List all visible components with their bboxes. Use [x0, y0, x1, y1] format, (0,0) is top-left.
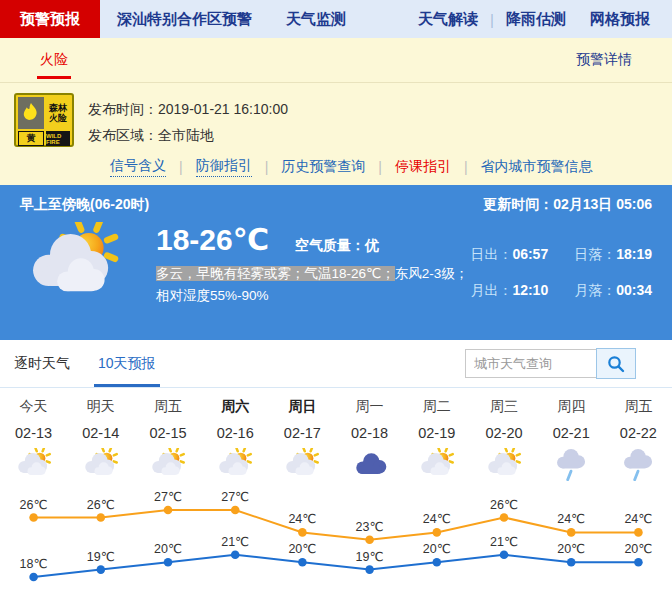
partly-cloudy-icon [216, 448, 254, 485]
current-weather-panel: 早上至傍晚(06-20时) 更新时间：02月13日 05:06 18-26℃ 空… [0, 185, 672, 340]
svg-text:20℃: 20℃ [557, 542, 585, 556]
sun-moon-label: 日落： [574, 246, 616, 262]
nav-right-items: 天气解读|降雨估测网格预报 [406, 0, 672, 38]
day-name-2: 周五 [134, 398, 201, 416]
cloudy-icon [351, 448, 389, 485]
svg-text:20℃: 20℃ [154, 542, 182, 556]
partly-cloudy-icon [149, 448, 187, 485]
nav-spacer [363, 0, 406, 38]
warning-link-3[interactable]: 停课指引 [395, 158, 451, 176]
temperature-chart: 26℃26℃27℃27℃24℃23℃24℃26℃24℃24℃18℃19℃20℃2… [0, 485, 672, 595]
publish-area-label: 发布区域： [88, 127, 158, 143]
weather-warning-page: 预警预报 深汕特别合作区预警天气监测 天气解读|降雨估测网格预报 火险 预警详情… [0, 0, 672, 595]
sun-moon-times: 日出：06:57日落：18:19月出：12:10月落：00:34 [470, 246, 652, 307]
tab-0[interactable]: 逐时天气 [14, 340, 70, 387]
svg-text:26℃: 26℃ [490, 498, 518, 512]
sun-moon-value: 00:34 [616, 282, 652, 298]
tab-1[interactable]: 10天预报 [98, 340, 156, 387]
alert-category-bar: 火险 预警详情 [0, 38, 672, 83]
day-name-9: 周五 [605, 398, 672, 416]
partly-cloudy-icon [82, 448, 120, 485]
partly-cloudy-icon [485, 448, 523, 485]
svg-text:24℃: 24℃ [423, 512, 451, 526]
warning-link-2[interactable]: 历史预警查询 [281, 158, 365, 176]
temperature-range: 18-26℃ [156, 222, 269, 257]
link-separator: | [265, 159, 269, 175]
svg-text:24℃: 24℃ [624, 512, 652, 526]
svg-text:26℃: 26℃ [87, 498, 115, 512]
svg-text:19℃: 19℃ [87, 550, 115, 564]
search-input[interactable] [465, 349, 597, 378]
nav-tab-warning-forecast[interactable]: 预警预报 [0, 0, 100, 38]
publish-area-row: 发布区域：全市陆地 [88, 122, 288, 148]
warning-link-4[interactable]: 省内城市预警信息 [481, 158, 593, 176]
description-highlighted-text: 多云，早晚有轻雾或雾；气温18-26℃； [156, 266, 395, 281]
svg-text:20℃: 20℃ [423, 542, 451, 556]
day-date-8: 02-21 [538, 425, 605, 441]
sun-moon-item-0: 日出：06:57 [470, 246, 548, 272]
nav-item-1[interactable]: 天气监测 [269, 0, 363, 38]
warning-link-0[interactable]: 信号含义 [110, 157, 166, 177]
day-name-0: 今天 [0, 398, 67, 416]
search-button[interactable] [596, 348, 636, 379]
svg-text:27℃: 27℃ [221, 490, 249, 504]
day-name-row: 今天明天周五周六周日周一周二周三周四周五 [0, 398, 672, 416]
nav-right-item-2[interactable]: 网格预报 [578, 10, 662, 29]
period-label: 早上至傍晚(06-20时) [20, 196, 149, 214]
warning-english-label: WILD FIRE [46, 131, 70, 146]
day-date-2: 02-15 [134, 425, 201, 441]
date-row: 02-1302-1402-1502-1602-1702-1802-1902-20… [0, 425, 672, 441]
svg-text:20℃: 20℃ [288, 542, 316, 556]
search-icon [607, 355, 625, 373]
rain-icon [619, 448, 657, 485]
day-name-1: 明天 [67, 398, 134, 416]
warning-info-section: 森林 火险 黄 WILD FIRE 发布时间：2019-01-21 16:10:… [0, 83, 672, 185]
rain-icon [552, 448, 590, 485]
svg-text:19℃: 19℃ [356, 550, 384, 564]
sun-moon-label: 月出： [470, 282, 512, 298]
svg-text:21℃: 21℃ [221, 535, 249, 549]
link-separator: | [179, 159, 183, 175]
svg-text:20℃: 20℃ [624, 542, 652, 556]
air-quality-label: 空气质量：优 [295, 237, 379, 255]
nav-right-item-1[interactable]: 降雨估测 [494, 10, 578, 29]
sun-moon-label: 日出： [470, 246, 512, 262]
day-date-0: 02-13 [0, 425, 67, 441]
svg-text:27℃: 27℃ [154, 490, 182, 504]
nav-right-item-0[interactable]: 天气解读 [406, 10, 490, 29]
day-name-3: 周六 [202, 398, 269, 416]
day-name-6: 周二 [403, 398, 470, 416]
warning-link-1[interactable]: 防御指引 [196, 157, 252, 177]
nav-item-0[interactable]: 深汕特别合作区预警 [100, 0, 269, 38]
svg-text:21℃: 21℃ [490, 535, 518, 549]
svg-text:24℃: 24℃ [288, 512, 316, 526]
partly-cloudy-icon [418, 448, 456, 485]
day-date-3: 02-16 [202, 425, 269, 441]
warning-links-row: 信号含义|防御指引|历史预警查询|停课指引|省内城市预警信息 [14, 148, 672, 177]
day-date-7: 02-20 [470, 425, 537, 441]
tab-fire-risk[interactable]: 火险 [40, 38, 68, 82]
sun-moon-item-1: 日落：18:19 [574, 246, 652, 272]
update-time-label: 更新时间：02月13日 05:06 [483, 196, 652, 214]
sun-moon-item-3: 月落：00:34 [574, 282, 652, 308]
weather-icon-row [0, 447, 672, 485]
sun-moon-value: 06:57 [512, 246, 548, 262]
forest-fire-warning-icon: 森林 火险 黄 WILD FIRE [14, 93, 74, 147]
publish-time-row: 发布时间：2019-01-21 16:10:00 [88, 96, 288, 122]
publish-time-value: 2019-01-21 16:10:00 [158, 101, 288, 117]
svg-text:18℃: 18℃ [20, 557, 48, 571]
day-name-4: 周日 [269, 398, 336, 416]
sun-moon-value: 12:10 [512, 282, 548, 298]
link-separator: | [464, 159, 468, 175]
partly-cloudy-icon [22, 222, 126, 306]
warning-details-link[interactable]: 预警详情 [576, 51, 632, 69]
top-nav: 预警预报 深汕特别合作区预警天气监测 天气解读|降雨估测网格预报 [0, 0, 672, 38]
sun-moon-value: 18:19 [616, 246, 652, 262]
partly-cloudy-icon [283, 448, 321, 485]
day-date-1: 02-14 [67, 425, 134, 441]
ten-day-forecast: 今天明天周五周六周日周一周二周三周四周五 02-1302-1402-1502-1… [0, 398, 672, 595]
day-name-7: 周三 [470, 398, 537, 416]
day-name-8: 周四 [538, 398, 605, 416]
svg-text:23℃: 23℃ [356, 520, 384, 534]
warning-name-label: 森林 火险 [46, 97, 70, 129]
